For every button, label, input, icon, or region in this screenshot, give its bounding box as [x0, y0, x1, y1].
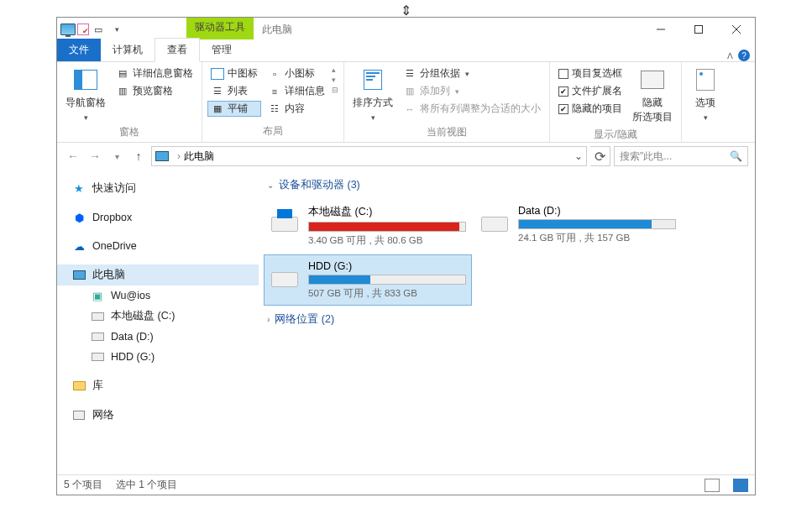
resize-handle-icon[interactable]: ⇕ [401, 3, 411, 18]
maximize-button[interactable] [679, 18, 717, 41]
layout-group-label: 布局 [207, 123, 338, 140]
ribbon-group-layout: 中图标 ☰列表 ▦平铺 ▫小图标 ≡详细信息 ☷内容 ▴ ▾ ⊟ 布局 [202, 62, 344, 142]
details-view-toggle[interactable] [705, 479, 720, 492]
drive-usage-bar [308, 222, 466, 232]
address-bar[interactable]: › 此电脑 ⌄ [151, 146, 587, 166]
hide-selected-label: 隐藏 所选项目 [632, 96, 673, 124]
navigation-pane-button[interactable]: 导航窗格 ▾ [62, 65, 109, 123]
search-input[interactable]: 搜索"此电... 🔍 [614, 146, 748, 166]
recent-locations-button[interactable]: ▾ [107, 152, 126, 161]
forward-button: → [86, 149, 104, 163]
hidden-items-toggle[interactable]: ✔隐藏的项目 [555, 101, 626, 117]
group-by-button[interactable]: ☰分组依据▾ [400, 65, 544, 81]
manage-tab[interactable]: 管理 [200, 39, 244, 61]
breadcrumb-this-pc[interactable]: 此电脑 [184, 149, 214, 164]
collapse-ribbon-icon[interactable]: ᐱ [727, 51, 733, 60]
star-icon: ★ [72, 182, 86, 196]
ribbon-tab-row: 文件 计算机 查看 管理 ᐱ ? [57, 41, 755, 62]
layout-small-icons[interactable]: ▫小图标 [265, 65, 328, 81]
tree-network[interactable]: 网络 [57, 405, 259, 426]
details-pane-button[interactable]: ▤详细信息窗格 [113, 65, 196, 81]
close-button[interactable] [717, 18, 755, 41]
tree-libraries[interactable]: 库 [57, 375, 259, 396]
main-area: ★快速访问 ⬢Dropbox ☁OneDrive 此电脑 ▣Wu@ios 本地磁… [57, 170, 755, 474]
tree-local-disk-c[interactable]: 本地磁盘 (C:) [57, 306, 259, 327]
back-button[interactable]: ← [64, 149, 82, 163]
add-columns-icon: ▥ [403, 85, 416, 98]
libraries-icon [72, 380, 86, 393]
drive-free-text: 507 GB 可用 , 共 833 GB [308, 287, 466, 300]
help-icon[interactable]: ? [738, 50, 750, 61]
drive-icon [91, 330, 104, 343]
panes-group-label: 窗格 [62, 123, 196, 141]
layout-content[interactable]: ☷内容 [265, 101, 328, 117]
drive-name: HDD (G:) [308, 260, 466, 272]
sort-by-label: 排序方式 [353, 96, 393, 110]
tree-onedrive[interactable]: ☁OneDrive [57, 236, 259, 256]
size-columns-button: ↔将所有列调整为合适的大小 [400, 101, 544, 117]
computer-tab[interactable]: 计算机 [101, 39, 155, 61]
details-icon: ≡ [268, 85, 281, 98]
drive-item[interactable]: Data (D:) 24.1 GB 可用 , 共 157 GB [474, 199, 682, 253]
layout-medium-icons[interactable]: 中图标 [207, 65, 261, 81]
layout-details[interactable]: ≡详细信息 [265, 83, 328, 99]
preview-pane-button[interactable]: ▥预览窗格 [113, 83, 196, 99]
drive-icon [270, 260, 300, 287]
layout-tiles[interactable]: ▦平铺 [207, 101, 261, 117]
options-label: 选项 [695, 96, 715, 110]
status-selection: 选中 1 个项目 [116, 478, 177, 492]
tree-wu-ios[interactable]: ▣Wu@ios [57, 285, 259, 306]
layout-more-icon[interactable]: ⊟ [332, 86, 338, 94]
qat-properties-icon[interactable]: ✔ [77, 24, 89, 35]
devices-group-header[interactable]: ⌄设备和驱动器 (3) [264, 175, 750, 199]
item-checkboxes-toggle[interactable]: 项目复选框 [555, 65, 626, 81]
checkbox-icon [558, 69, 568, 79]
device-icon: ▣ [91, 289, 104, 302]
content-pane[interactable]: ⌄设备和驱动器 (3) 本地磁盘 (C:) 3.40 GB 可用 , 共 80.… [259, 170, 755, 474]
qat-new-folder-icon[interactable]: ▭ [89, 20, 107, 39]
chevron-right-icon[interactable]: › [177, 150, 181, 162]
up-button[interactable]: ↑ [129, 149, 148, 163]
tree-this-pc[interactable]: 此电脑 [57, 264, 259, 285]
small-icons-icon: ▫ [268, 67, 281, 81]
tree-quick-access[interactable]: ★快速访问 [57, 178, 259, 199]
address-bar-row: ← → ▾ ↑ › 此电脑 ⌄ ⟳ 搜索"此电... 🔍 [57, 143, 755, 170]
tree-data-d[interactable]: Data (D:) [57, 327, 259, 347]
status-bar: 5 个项目 选中 1 个项目 [57, 474, 755, 495]
details-pane-icon: ▤ [116, 67, 129, 81]
navigation-tree[interactable]: ★快速访问 ⬢Dropbox ☁OneDrive 此电脑 ▣Wu@ios 本地磁… [57, 170, 259, 474]
tiles-view-toggle[interactable] [733, 479, 748, 492]
drive-icon [270, 205, 300, 232]
add-columns-button: ▥添加列▾ [400, 83, 544, 99]
explorer-window: ⇕ ✔ ▭ ▾ 驱动器工具 此电脑 文件 计算机 查看 管理 ᐱ ? [56, 17, 756, 495]
qat-customize-icon[interactable]: ▾ [107, 20, 126, 39]
hide-selected-button[interactable]: 隐藏 所选项目 [629, 65, 676, 126]
ribbon-group-show-hide: 项目复选框 ✔文件扩展名 ✔隐藏的项目 隐藏 所选项目 显示/隐藏 [550, 62, 682, 142]
refresh-button[interactable]: ⟳ [590, 146, 610, 166]
network-group-header[interactable]: ›网络位置 (2) [264, 309, 750, 333]
sort-by-button[interactable]: 排序方式 ▾ [349, 65, 396, 123]
app-icon[interactable] [59, 20, 77, 39]
current-view-group-label: 当前视图 [349, 123, 544, 141]
layout-list[interactable]: ☰列表 [207, 83, 261, 99]
dropbox-icon: ⬢ [72, 211, 86, 224]
expand-icon: › [267, 315, 270, 324]
layout-scroll-up-icon[interactable]: ▴ [332, 65, 338, 74]
group-by-icon: ☰ [403, 67, 416, 81]
drive-item[interactable]: 本地磁盘 (C:) 3.40 GB 可用 , 共 80.6 GB [264, 199, 472, 253]
minimize-button[interactable] [642, 18, 679, 41]
tree-hdd-g[interactable]: HDD (G:) [57, 347, 259, 367]
drive-item[interactable]: HDD (G:) 507 GB 可用 , 共 833 GB [264, 254, 472, 306]
window-controls [642, 18, 755, 41]
window-title: 此电脑 [254, 18, 301, 41]
view-tab[interactable]: 查看 [155, 38, 200, 62]
file-tab[interactable]: 文件 [57, 39, 101, 61]
layout-scroll-down-icon[interactable]: ▾ [332, 76, 338, 84]
tree-dropbox[interactable]: ⬢Dropbox [57, 207, 259, 228]
navigation-pane-label: 导航窗格 [65, 96, 106, 110]
address-dropdown-icon[interactable]: ⌄ [574, 150, 583, 162]
drive-free-text: 3.40 GB 可用 , 共 80.6 GB [308, 234, 466, 247]
file-extensions-toggle[interactable]: ✔文件扩展名 [555, 83, 626, 99]
options-button[interactable]: 选项 ▾ [687, 65, 724, 123]
show-hide-group-label: 显示/隐藏 [555, 126, 676, 144]
